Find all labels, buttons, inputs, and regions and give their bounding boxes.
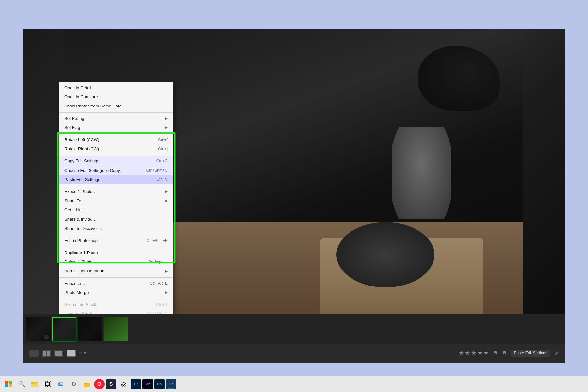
folder-btn[interactable] (81, 378, 93, 390)
menu-delete[interactable]: Delete 1 Photo… Backspace (59, 257, 173, 267)
separator-5 (59, 235, 173, 235)
menu-duplicate[interactable]: Duplicate 1 Photo (59, 248, 173, 257)
photoshop-btn[interactable]: Ps (154, 379, 165, 389)
view-grid-medium[interactable] (42, 350, 51, 357)
settings-btn[interactable]: ⚙ (68, 378, 80, 390)
paste-edit-badge[interactable]: Paste Edit Settings (511, 350, 550, 357)
premiere-btn[interactable]: Pr (142, 379, 153, 389)
menu-edit-photoshop[interactable]: Edit in Photoshop Ctrl+Shift+E (59, 236, 173, 245)
filmstrip-thumb-1[interactable] (26, 317, 51, 341)
menu-share-invite[interactable]: Share & Invite… (59, 215, 173, 224)
toolbar: ≡ ▼ ★ ★ ★ ★ ★ ⚑ ⚑ Paste Edit Settings ✕ (23, 344, 565, 363)
menu-share-to[interactable]: Share To ▶ (59, 196, 173, 205)
menu-export[interactable]: Export 1 Photo… ▶ (59, 187, 173, 196)
windows-taskbar: 🔍 🖼 ✉ ⚙ O S ◎ Lr Pr Ps Lr (0, 376, 588, 392)
svg-rect-3 (9, 384, 12, 387)
steam-btn[interactable]: S (106, 379, 116, 389)
view-single[interactable] (67, 350, 76, 357)
photo-area: Open in Detail Open in Compare Show Phot… (23, 29, 565, 314)
svg-rect-6 (31, 382, 35, 384)
separator-1 (59, 112, 173, 113)
separator-4 (59, 186, 173, 186)
search-taskbar-btn[interactable]: 🔍 (16, 378, 27, 390)
toolbar-right: ★ ★ ★ ★ ★ ⚑ ⚑ Paste Edit Settings ✕ (459, 350, 559, 357)
lightroom-cc-btn[interactable]: Lr (131, 379, 141, 389)
star-5[interactable]: ★ (483, 350, 489, 357)
menu-open-detail[interactable]: Open in Detail (59, 83, 173, 92)
menu-share-discover[interactable]: Share to Discover… (59, 224, 173, 233)
view-grid-large[interactable] (54, 350, 63, 357)
menu-rotate-left[interactable]: Rotate Left (CCW) Ctrl+[ (59, 135, 173, 144)
filmstrip (23, 314, 565, 344)
separator-8 (59, 299, 173, 299)
menu-set-rating[interactable]: Set Rating ▶ (59, 114, 173, 123)
menu-photo-merge[interactable]: Photo Merge ▶ (59, 288, 173, 297)
star-2[interactable]: ★ (465, 350, 470, 357)
star-rating[interactable]: ★ ★ ★ ★ ★ (459, 350, 489, 357)
vivaldi-btn[interactable]: ◎ (118, 378, 129, 390)
separator-2 (59, 134, 173, 134)
toolbar-left: ≡ ▼ (29, 350, 87, 357)
menu-add-album[interactable]: Add 1 Photo to Album ▶ (59, 267, 173, 276)
flag-pick[interactable]: ⚑ (493, 350, 498, 357)
photos-app-btn[interactable]: 🖼 (42, 378, 54, 390)
separator-3 (59, 155, 173, 155)
star-4[interactable]: ★ (477, 350, 482, 357)
flag-reject[interactable]: ⚑ (502, 350, 507, 357)
lightroom-classic-btn[interactable]: Lr (166, 379, 176, 389)
svg-rect-0 (5, 381, 8, 384)
filmstrip-thumb-4[interactable] (104, 317, 128, 341)
menu-choose-edit-copy[interactable]: Choose Edit Settings to Copy… Ctrl+Shift… (59, 166, 173, 175)
menu-set-flag[interactable]: Set Flag ▶ (59, 123, 173, 132)
menu-ungroup-stack[interactable]: Ungroup Stack Ctrl+Shift+G (59, 309, 173, 314)
svg-rect-9 (84, 383, 87, 384)
windows-start-button[interactable] (3, 378, 14, 390)
star-3[interactable]: ★ (471, 350, 476, 357)
menu-get-link[interactable]: Get a Link… (59, 205, 173, 215)
menu-paste-edit[interactable]: Paste Edit Settings Ctrl+V (59, 175, 173, 184)
menu-enhance[interactable]: Enhance… Ctrl+Alt+E (59, 279, 173, 288)
separator-6 (59, 247, 173, 247)
context-menu: Open in Detail Open in Compare Show Phot… (59, 82, 173, 314)
app-window: Open in Detail Open in Compare Show Phot… (23, 29, 565, 363)
svg-rect-2 (5, 384, 8, 387)
sort-dropdown[interactable]: ≡ ▼ (79, 351, 87, 356)
filmstrip-thumb-3[interactable] (78, 317, 102, 341)
menu-open-compare[interactable]: Open in Compare (59, 92, 173, 102)
view-grid-small[interactable] (29, 350, 39, 357)
mail-btn[interactable]: ✉ (55, 378, 67, 390)
opera-btn[interactable]: O (94, 379, 105, 389)
svg-rect-1 (9, 381, 12, 384)
menu-copy-edit[interactable]: Copy Edit Settings Ctrl+C (59, 156, 173, 166)
filmstrip-thumb-2[interactable] (52, 317, 76, 341)
file-explorer-btn[interactable] (29, 378, 41, 390)
menu-rotate-right[interactable]: Rotate Right (CW) Ctrl+] (59, 144, 173, 154)
star-1[interactable]: ★ (459, 350, 464, 357)
close-toolbar-btn[interactable]: ✕ (554, 350, 559, 356)
separator-7 (59, 277, 173, 278)
menu-show-same-date[interactable]: Show Photos from Same Date (59, 102, 173, 111)
menu-group-stack[interactable]: Group Into Stack Ctrl+G (59, 300, 173, 309)
